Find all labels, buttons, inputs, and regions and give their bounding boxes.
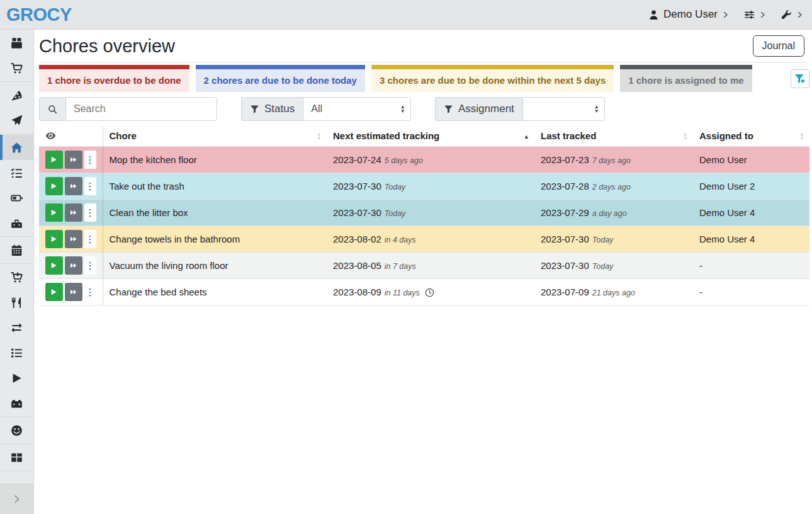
sidebar-item-boxes[interactable] <box>0 30 33 55</box>
sidebar-item-table[interactable] <box>0 445 33 470</box>
column-header-assigned-to[interactable]: Assigned to▴▾ <box>693 127 809 147</box>
assigned-user: Demo User 2 <box>693 173 809 200</box>
banner-overdue[interactable]: 1 chore is overdue to be done <box>39 65 189 92</box>
next-date-relative: Today <box>385 183 406 191</box>
last-date-relative: 2 days ago <box>592 183 631 191</box>
skip-chore-button[interactable] <box>65 283 82 301</box>
sidebar-item-car-battery[interactable] <box>0 391 33 416</box>
sort-asc-icon: ▴ <box>524 133 528 139</box>
sidebar-item-cart-plus[interactable] <box>0 265 33 290</box>
sidebar-item-battery[interactable] <box>0 185 33 210</box>
sidebar-item-utensils[interactable] <box>0 290 33 315</box>
sidebar-item-home[interactable] <box>0 135 33 160</box>
filter-icon <box>250 105 259 114</box>
row-menu-button[interactable]: ⋮ <box>84 230 96 248</box>
banner-due-soon[interactable]: 3 chores are due to be done within the n… <box>371 65 614 92</box>
status-banners: 1 chore is overdue to be done 2 chores a… <box>39 65 809 92</box>
sidebar-item-cart[interactable] <box>0 55 33 81</box>
filter-row: Status All ▴▾ Assignment ▴▾ <box>39 97 809 121</box>
boxes-icon <box>11 37 23 49</box>
column-header-next-tracking[interactable]: Next estimated tracking▴ <box>327 127 534 147</box>
next-date: 2023-08-02 <box>333 234 381 244</box>
sidebar-collapse-button[interactable] <box>0 484 33 514</box>
skip-chore-button[interactable] <box>65 151 82 169</box>
settings-menu[interactable] <box>744 9 766 20</box>
sidebar-item-play[interactable] <box>0 365 33 391</box>
next-date: 2023-07-30 <box>333 181 381 191</box>
ellipsis-v-icon: ⋮ <box>86 208 95 217</box>
row-menu-button[interactable]: ⋮ <box>84 256 96 275</box>
user-icon <box>648 9 659 20</box>
next-date-relative: Today <box>385 209 406 218</box>
chevron-right-icon <box>759 11 766 18</box>
assigned-user: - <box>693 253 809 279</box>
last-date: 2023-07-23 <box>541 154 589 165</box>
assignment-select[interactable]: ▴▾ <box>522 97 605 121</box>
row-menu-button[interactable]: ⋮ <box>84 203 96 222</box>
assignment-filter-addon: Assignment <box>435 97 522 121</box>
utensils-icon <box>11 297 23 309</box>
track-chore-button[interactable] <box>45 256 63 275</box>
last-date-relative: a day ago <box>592 209 627 218</box>
row-menu-button[interactable]: ⋮ <box>84 177 96 195</box>
top-navbar: GROCY Demo User <box>0 0 812 30</box>
clear-filters-button[interactable] <box>791 69 809 88</box>
ellipsis-v-icon: ⋮ <box>86 181 95 191</box>
chevron-right-icon <box>722 11 729 18</box>
status-select[interactable]: All ▴▾ <box>303 97 411 121</box>
last-date: 2023-07-29 <box>541 207 589 218</box>
fast-forward-icon <box>70 262 77 269</box>
column-header-last-tracked[interactable]: Last tracked▴▾ <box>534 127 693 147</box>
skip-chore-button[interactable] <box>65 203 82 222</box>
table-header-row: Chore▴▾ Next estimated tracking▴ Last tr… <box>39 127 809 147</box>
app-logo[interactable]: GROCY <box>6 6 72 24</box>
next-date: 2023-08-05 <box>333 260 381 271</box>
last-date-relative: 21 days ago <box>592 288 635 297</box>
select-arrows-icon: ▴▾ <box>595 105 598 113</box>
sidebar-item-tasks[interactable] <box>0 160 33 185</box>
track-chore-button[interactable] <box>45 177 63 195</box>
column-header-chore[interactable]: Chore▴▾ <box>103 127 327 147</box>
last-date: 2023-07-30 <box>541 234 589 244</box>
car-battery-icon <box>11 397 23 409</box>
banner-due-today[interactable]: 2 chores are due to be done today <box>196 65 365 92</box>
status-filter-addon: Status <box>241 97 303 121</box>
track-chore-button[interactable] <box>45 151 63 169</box>
assignment-filter-label: Assignment <box>458 103 514 115</box>
track-chore-button[interactable] <box>45 203 63 222</box>
sidebar-item-toolbox[interactable] <box>0 210 33 236</box>
sidebar-item-list[interactable] <box>0 340 33 365</box>
last-date-relative: Today <box>592 262 614 271</box>
home-icon <box>11 142 23 154</box>
chore-name: Change the bed sheets <box>103 279 327 306</box>
sidebar-item-smiley[interactable] <box>0 418 33 443</box>
next-date: 2023-08-09 <box>333 287 381 297</box>
assigned-user: Demo User 4 <box>693 200 809 226</box>
chore-name: Take out the trash <box>103 173 327 200</box>
sidebar <box>0 30 34 514</box>
skip-chore-button[interactable] <box>65 256 82 275</box>
chore-name: Mop the kitchen floor <box>103 147 327 173</box>
skip-chore-button[interactable] <box>65 230 82 248</box>
row-menu-button[interactable]: ⋮ <box>84 283 96 301</box>
track-chore-button[interactable] <box>45 230 63 248</box>
sidebar-item-paper-plane[interactable] <box>0 108 33 133</box>
table-row: ⋮ Change towels in the bathroom 2023-08-… <box>39 226 809 253</box>
row-menu-button[interactable]: ⋮ <box>84 151 96 169</box>
chore-name: Clean the litter box <box>103 200 327 226</box>
sidebar-item-pizza[interactable] <box>0 83 33 108</box>
skip-chore-button[interactable] <box>65 177 82 195</box>
fast-forward-icon <box>70 209 77 216</box>
sidebar-item-calendar[interactable] <box>0 237 33 263</box>
admin-menu[interactable] <box>781 9 803 20</box>
sort-icon: ▴▾ <box>317 132 320 140</box>
fast-forward-icon <box>70 236 77 243</box>
sidebar-item-exchange[interactable] <box>0 315 33 340</box>
journal-button[interactable]: Journal <box>753 35 804 57</box>
user-menu[interactable]: Demo User <box>648 8 729 21</box>
track-chore-button[interactable] <box>45 283 63 301</box>
cart-plus-icon <box>11 271 23 283</box>
ellipsis-v-icon: ⋮ <box>86 287 95 297</box>
search-input[interactable] <box>65 97 217 121</box>
banner-assigned-to-me[interactable]: 1 chore is assigned to me <box>620 65 752 92</box>
